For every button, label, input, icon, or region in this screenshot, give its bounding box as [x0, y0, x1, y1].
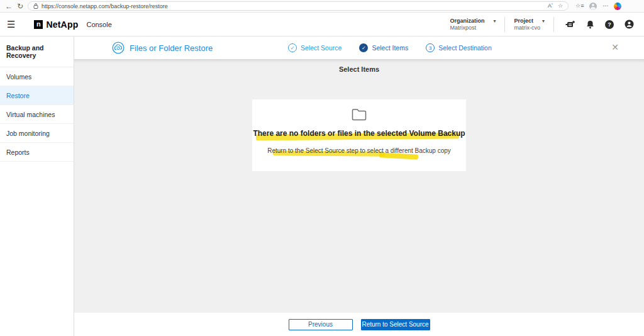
favorites-bar-icon[interactable]: ☆≡	[575, 3, 584, 9]
sidebar-title: Backup and Recovery	[0, 36, 74, 67]
empty-state-subtitle-wrap: Return to the Select Source step to sele…	[267, 138, 451, 154]
restore-cloud-icon	[112, 42, 125, 54]
empty-state-title: There are no folders or files in the sel…	[253, 129, 465, 138]
wizard-title-text: Files or Folder Restore	[130, 43, 213, 53]
return-to-select-source-button[interactable]: Return to Select Source	[361, 319, 430, 330]
browser-toolbar: ← ↻ https://console.netapp.com/backup-re…	[0, 0, 644, 13]
work-area: Select Items There are no folders or fil…	[74, 59, 644, 313]
folder-icon	[351, 108, 367, 121]
netapp-mark-icon: n	[34, 20, 43, 29]
browser-back-icon[interactable]: ←	[5, 3, 13, 10]
sidebar-item-job-monitoring[interactable]: Job monitoring	[0, 124, 74, 143]
notifications-bell-icon[interactable]	[585, 20, 595, 30]
empty-state-subtitle: Return to the Select Source step to sele…	[267, 147, 451, 154]
wizard-footer: Previous Return to Select Source	[74, 313, 644, 336]
step-completed-check-icon: ✓	[288, 43, 297, 52]
organization-label: Organization	[450, 18, 484, 24]
chevron-down-icon: ▾	[542, 18, 545, 24]
hamburger-menu-icon[interactable]: ☰	[7, 19, 15, 30]
empty-state-card: There are no folders or files in the sel…	[252, 99, 466, 171]
sidebar: Backup and Recovery Volumes Restore Virt…	[0, 36, 74, 336]
wizard-header: Files or Folder Restore ✓ Select Source …	[74, 36, 644, 59]
read-aloud-icon[interactable]: Aʻ	[548, 3, 553, 9]
address-bar[interactable]: https://console.netapp.com/backup-restor…	[28, 1, 569, 11]
browser-menu-icon[interactable]: ⋯	[602, 3, 608, 9]
step-select-destination[interactable]: 3 Select Destination	[426, 43, 492, 52]
connector-icon[interactable]	[565, 20, 575, 30]
sidebar-item-reports[interactable]: Reports	[0, 143, 74, 162]
project-label: Project	[514, 18, 533, 24]
brand-name: NetApp	[46, 20, 78, 30]
favorite-star-icon[interactable]: ☆	[558, 3, 563, 9]
organization-value: Matrixpost	[450, 25, 496, 31]
step-select-items[interactable]: ✓ Select Items	[359, 43, 408, 52]
product-name: Console	[86, 21, 111, 28]
chevron-down-icon: ▾	[493, 18, 496, 24]
organization-selector[interactable]: Organization ▾ Matrixpost	[441, 18, 504, 31]
copilot-icon[interactable]	[614, 3, 621, 10]
project-value: matrix-cvo	[514, 25, 545, 31]
previous-button[interactable]: Previous	[289, 319, 353, 330]
sidebar-item-volumes[interactable]: Volumes	[0, 67, 74, 86]
netapp-logo: n NetApp	[34, 20, 78, 30]
site-info-icon[interactable]	[33, 3, 38, 9]
page-title: Select Items	[74, 59, 644, 73]
project-selector[interactable]: Project ▾ matrix-cvo	[505, 18, 553, 31]
browser-profile-icon[interactable]	[589, 3, 597, 10]
user-profile-icon[interactable]	[624, 20, 634, 30]
wizard-title: Files or Folder Restore	[112, 42, 213, 54]
app-header: ☰ n NetApp Console Organization ▾ Matrix…	[0, 13, 644, 36]
url-text[interactable]: https://console.netapp.com/backup-restor…	[42, 3, 168, 9]
step-number-badge: 3	[426, 43, 435, 52]
step-active-check-icon: ✓	[359, 43, 368, 52]
empty-state-title-wrap: There are no folders or files in the sel…	[253, 121, 465, 138]
wizard-steps: ✓ Select Source ✓ Select Items 3 Select …	[288, 43, 492, 52]
close-wizard-icon[interactable]: ✕	[611, 43, 619, 52]
sidebar-item-virtual-machines[interactable]: Virtual machines	[0, 105, 74, 124]
step-select-source[interactable]: ✓ Select Source	[288, 43, 341, 52]
help-icon[interactable]: ?	[604, 20, 614, 30]
sidebar-item-restore[interactable]: Restore	[0, 86, 74, 105]
browser-actions: ☆≡ ⋯	[573, 3, 624, 10]
browser-refresh-icon[interactable]: ↻	[17, 3, 23, 10]
